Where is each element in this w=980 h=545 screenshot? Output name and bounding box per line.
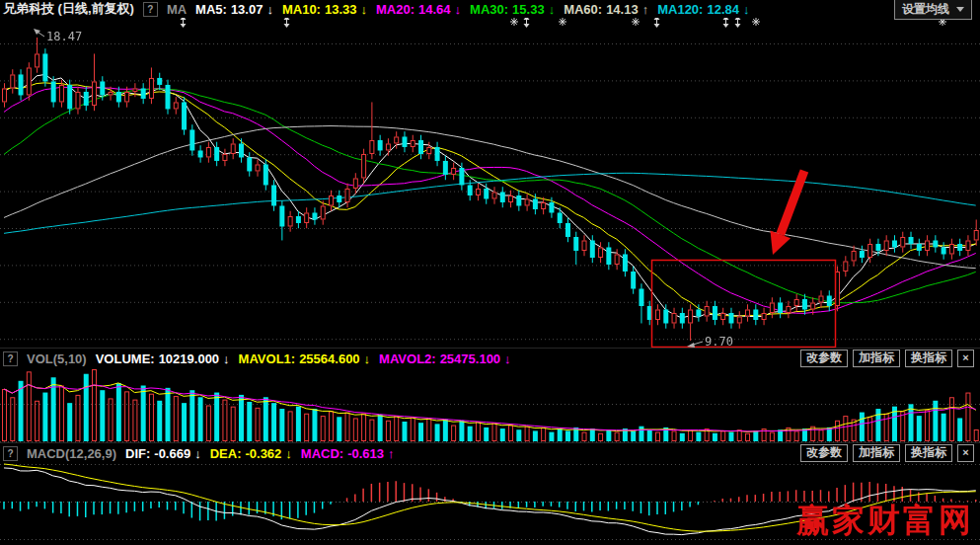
down-arrow-icon: ↓ — [266, 2, 273, 17]
add-indicator-button[interactable]: 加指标 — [853, 350, 900, 367]
help-icon[interactable]: ? — [143, 2, 158, 17]
ma-indicator-label: MA — [167, 2, 187, 17]
vol-indicator-label: VOL(5,10) — [27, 351, 87, 366]
up-arrow-icon: ↑ — [388, 446, 395, 461]
help-icon[interactable]: ? — [3, 351, 18, 366]
down-arrow-icon: ↓ — [285, 446, 292, 461]
ma120-readout: MA120:12.84↓ — [657, 2, 749, 17]
volume-readout: VOLUME:10219.000↓ — [96, 351, 230, 366]
macd-indicator-label: MACD(12,26,9) — [27, 446, 116, 461]
down-arrow-icon: ↓ — [504, 351, 511, 366]
down-arrow-icon: ↓ — [223, 351, 230, 366]
dropdown-arrow-icon — [956, 7, 964, 12]
up-arrow-icon: ↑ — [642, 2, 649, 17]
stock-title: 兄弟科技 (日线,前复权) — [3, 0, 134, 18]
dif-readout: DIF:-0.669↓ — [125, 446, 201, 461]
macd-panel-header: ? MACD(12,26,9) DIF:-0.669↓ DEA:-0.362↓ … — [0, 442, 980, 463]
main-chart-header: 兄弟科技 (日线,前复权) ? MA MA5:13.07↓ MA10:13.33… — [0, 0, 980, 18]
ma20-readout: MA20:14.64↓ — [376, 2, 461, 17]
chart-canvas[interactable] — [0, 0, 980, 545]
mavol2-readout: MAVOL2:25475.100↓ — [379, 351, 511, 366]
down-arrow-icon: ↓ — [194, 446, 201, 461]
dea-readout: DEA:-0.362↓ — [210, 446, 292, 461]
ma30-readout: MA30:15.33↓ — [470, 2, 555, 17]
down-arrow-icon: ↓ — [455, 2, 462, 17]
close-icon[interactable]: × — [957, 444, 974, 462]
macd-readout: MACD:-0.613↑ — [301, 446, 395, 461]
down-arrow-icon: ↓ — [364, 351, 371, 366]
volume-panel-header: ? VOL(5,10) VOLUME:10219.000↓ MAVOL1:255… — [0, 348, 980, 368]
down-arrow-icon: ↓ — [743, 2, 750, 17]
change-params-button[interactable]: 改参数 — [800, 350, 848, 367]
help-icon[interactable]: ? — [3, 446, 18, 461]
ma5-readout: MA5:13.07↓ — [195, 2, 273, 17]
ma-settings-button[interactable]: 设置均线 — [894, 0, 972, 20]
ma60-readout: MA60:14.13↑ — [564, 2, 648, 17]
switch-indicator-button[interactable]: 换指标 — [905, 350, 952, 367]
down-arrow-icon: ↓ — [549, 2, 556, 17]
ma10-readout: MA10:13.33↓ — [282, 2, 367, 17]
change-params-button[interactable]: 改参数 — [800, 444, 848, 462]
mavol1-readout: MAVOL1:25564.600↓ — [239, 351, 371, 366]
switch-indicator-button[interactable]: 换指标 — [905, 444, 952, 462]
add-indicator-button[interactable]: 加指标 — [853, 444, 900, 462]
close-icon[interactable]: × — [957, 350, 974, 367]
down-arrow-icon: ↓ — [361, 2, 368, 17]
